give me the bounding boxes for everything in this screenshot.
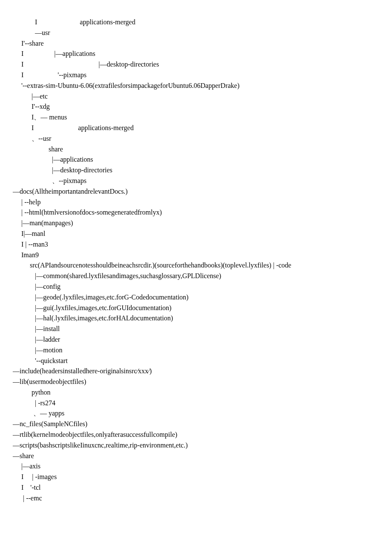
directory-tree: I applications-merged —usr I'--share I |… [13,17,379,504]
tree-line: I '--pixmaps [13,70,379,81]
tree-line: —share [13,451,379,462]
tree-line: |—etc [13,91,379,102]
tree-line: |—install [13,324,379,334]
tree-line: |—common(shared.lyxfilesandimages,suchas… [13,271,379,282]
tree-line: '--quickstart [13,356,379,366]
tree-line: I applications-merged [13,17,379,28]
tree-line: |—geode(.lyxfiles,images,etc.forG-Codedo… [13,292,379,303]
tree-line: | --html(htmlversionofdocs-somegenerated… [13,207,379,218]
tree-line: '--extras-sim-Ubuntu-6.06(extrafilesfors… [13,81,379,91]
tree-line: |—config [13,282,379,292]
tree-line: |—applications [13,154,379,165]
tree-line: Iman9 [13,250,379,261]
tree-line: python [13,387,379,398]
tree-line: | -rs274 [13,398,379,409]
tree-line: |—desktop-directories [13,165,379,176]
tree-line: I applications-merged [13,123,379,134]
tree-line: I'--xdg [13,102,379,112]
tree-line: I |—applications [13,49,379,59]
tree-line: | --help [13,197,379,208]
tree-line: 、--usr [13,134,379,144]
tree-line: —scripts(bashscriptslikeIinuxcnc,realtim… [13,440,379,451]
tree-line: —usr [13,28,379,38]
tree-line: I | -images [13,472,379,482]
tree-line: I'--share [13,38,379,49]
tree-line: |—ladder [13,334,379,345]
tree-line: I |—desktop-directories [13,59,379,70]
tree-line: | --emc [13,493,379,504]
tree-line: I '-tcl [13,482,379,493]
tree-line: share [13,144,379,155]
tree-line: —lib(usermodeobjectfiles) [13,377,379,387]
tree-line: |—man(manpages) [13,218,379,229]
tree-line: —docs(AlltheimportantandrelevantDocs.) [13,186,379,197]
tree-line: —rtlib(kernelmodeobjectfiles,onlyafteras… [13,430,379,440]
tree-line: 、— yapps [13,408,379,419]
tree-line: |—axis [13,461,379,472]
tree-line: I | --man3 [13,239,379,250]
tree-line: |—gui(.lyxfiles,images,etc.forGUIdocumen… [13,303,379,314]
tree-line: I|—manl [13,229,379,239]
tree-line: 、--pixmaps [13,176,379,186]
tree-line: —include(headersinstalledhere-originalsi… [13,366,379,377]
tree-line: |—hal(.lyxfiles,images,etc.forHALdocumen… [13,313,379,324]
tree-line: |—motion [13,345,379,356]
tree-line: src(APIandsourcenotesshouldbeineachsrcdi… [13,260,379,271]
tree-line: I、— menus [13,112,379,123]
tree-line: —nc_files(SampleNCfiles) [13,419,379,430]
